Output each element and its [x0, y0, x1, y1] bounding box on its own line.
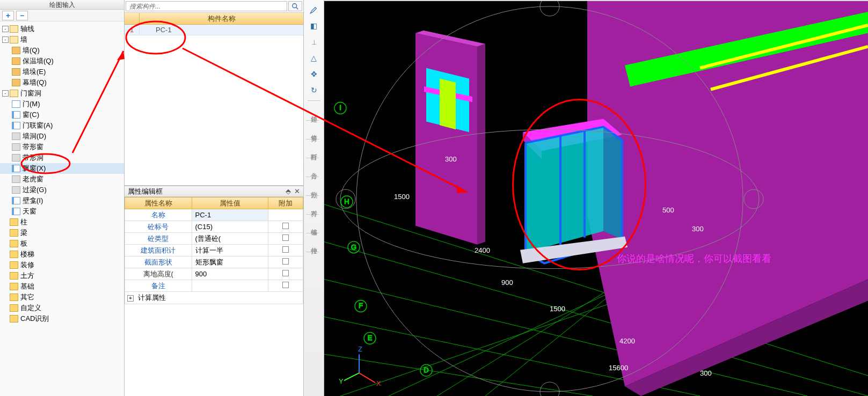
- tree-toggle[interactable]: [2, 251, 9, 258]
- tree-item[interactable]: 幕墙(Q): [0, 77, 124, 88]
- property-row[interactable]: 砼类型(普通砼(: [125, 233, 303, 245]
- tree-item[interactable]: 带形窗: [0, 142, 124, 152]
- search-input[interactable]: [126, 1, 287, 11]
- tree-toggle[interactable]: [2, 230, 9, 236]
- checkbox-icon[interactable]: [282, 223, 289, 229]
- tree-item[interactable]: -墙: [0, 34, 124, 45]
- move-tool-icon[interactable]: ✥: [306, 67, 322, 82]
- checkbox-icon[interactable]: [282, 270, 289, 276]
- component-row[interactable]: 1 PC-1: [125, 25, 303, 35]
- tree-item[interactable]: CAD识别: [0, 313, 124, 324]
- tree-item[interactable]: 保温墙(Q): [0, 56, 124, 67]
- prop-extra[interactable]: [268, 233, 303, 245]
- prop-value[interactable]: 900: [192, 268, 268, 280]
- tree-item[interactable]: 飘窗(X): [0, 163, 124, 174]
- prop-value[interactable]: 计算一半: [192, 245, 268, 256]
- checkbox-icon[interactable]: [282, 282, 289, 288]
- property-row[interactable]: 建筑面积计计算一半: [125, 245, 303, 256]
- tree-item[interactable]: -轴线: [0, 24, 124, 34]
- tree-item[interactable]: 墙(Q): [0, 45, 124, 56]
- tree-item[interactable]: 柱: [0, 217, 124, 228]
- tree-toggle[interactable]: -: [2, 26, 9, 32]
- tree-toggle[interactable]: -: [2, 90, 9, 97]
- prop-extra[interactable]: [268, 256, 303, 268]
- mirror-tool-icon[interactable]: △: [306, 50, 322, 65]
- viewport-canvas: I H G F E D 300 1500 2400 900 1500 15600…: [324, 1, 868, 396]
- tree-item[interactable]: 墙垛(E): [0, 67, 124, 77]
- property-row[interactable]: 备注: [125, 280, 303, 292]
- tree-item[interactable]: 老虎窗: [0, 174, 124, 185]
- item-icon: [12, 143, 20, 151]
- tree-toggle[interactable]: [2, 273, 9, 279]
- component-grid-body: 1 PC-1: [125, 25, 303, 186]
- tree-toggle[interactable]: [2, 262, 9, 268]
- property-row[interactable]: 砼标号(C15): [125, 221, 303, 233]
- svg-text:300: 300: [445, 155, 457, 163]
- tree-item[interactable]: 其它: [0, 292, 124, 303]
- svg-text:500: 500: [662, 206, 674, 214]
- vt-tool-偏移: 偏移: [306, 216, 322, 231]
- tree-item-label: 柱: [20, 217, 27, 227]
- svg-marker-25: [526, 127, 603, 252]
- checkbox-icon[interactable]: [282, 258, 289, 265]
- collapse-all-button[interactable]: −: [16, 11, 28, 20]
- expand-calc-props[interactable]: +: [127, 295, 134, 302]
- property-row[interactable]: 名称PC-1: [125, 209, 303, 221]
- 3d-viewport[interactable]: I H G F E D 300 1500 2400 900 1500 15600…: [324, 0, 868, 396]
- tree-toggle[interactable]: [2, 305, 9, 311]
- close-icon[interactable]: ✕: [294, 187, 300, 195]
- prop-extra[interactable]: [268, 209, 303, 221]
- tree-item-label: 窗(C): [23, 110, 39, 120]
- component-tree[interactable]: -轴线-墙墙(Q)保温墙(Q)墙垛(E)幕墙(Q)-门窗洞门(M)窗(C)门联窗…: [0, 21, 124, 396]
- checkbox-icon[interactable]: [282, 246, 289, 253]
- tree-item[interactable]: 门联窗(A): [0, 120, 124, 131]
- tree-item[interactable]: 窗(C): [0, 109, 124, 120]
- tree-toggle[interactable]: [2, 240, 9, 247]
- prop-value[interactable]: [192, 280, 268, 292]
- tree-toggle[interactable]: [2, 283, 9, 290]
- tree-item[interactable]: 天窗: [0, 206, 124, 217]
- tree-item-label: 保温墙(Q): [23, 56, 54, 66]
- folder-icon: [10, 36, 18, 43]
- tree-item[interactable]: 带形洞: [0, 152, 124, 163]
- tree-item[interactable]: 基础: [0, 281, 124, 292]
- tree-item[interactable]: 门(M): [0, 99, 124, 109]
- tree-toggle[interactable]: [2, 294, 9, 300]
- tree-item[interactable]: 土方: [0, 270, 124, 281]
- prop-value[interactable]: 矩形飘窗: [192, 256, 268, 268]
- prop-extra[interactable]: [268, 268, 303, 280]
- tree-item[interactable]: 装修: [0, 260, 124, 270]
- tree-item[interactable]: -门窗洞: [0, 88, 124, 99]
- tree-toggle[interactable]: [2, 219, 9, 225]
- prop-extra[interactable]: [268, 221, 303, 233]
- svg-point-34: [540, 1, 559, 16]
- prop-value[interactable]: (普通砼(: [192, 233, 268, 245]
- search-button[interactable]: [288, 1, 302, 11]
- svg-text:2400: 2400: [475, 246, 490, 254]
- tree-item-label: 墙(Q): [23, 46, 40, 55]
- crop-tool-icon[interactable]: ◧: [306, 18, 322, 33]
- svg-point-0: [293, 3, 297, 8]
- tree-item[interactable]: 过梁(G): [0, 185, 124, 195]
- tree-toggle[interactable]: [2, 316, 9, 322]
- expand-all-button[interactable]: +: [2, 11, 14, 20]
- property-row[interactable]: 离地高度(900: [125, 268, 303, 280]
- tree-item[interactable]: 楼梯: [0, 249, 124, 260]
- tree-item[interactable]: 壁龛(I): [0, 195, 124, 206]
- scale-tool-icon[interactable]: ⟂: [306, 34, 322, 49]
- prop-extra[interactable]: [268, 280, 303, 292]
- prop-extra[interactable]: [268, 245, 303, 256]
- pin-icon[interactable]: ⬘: [286, 187, 291, 195]
- rotate-tool-icon[interactable]: ↻: [306, 83, 322, 98]
- tree-item[interactable]: 板: [0, 238, 124, 249]
- prop-value[interactable]: PC-1: [192, 209, 268, 221]
- tree-toggle[interactable]: -: [2, 36, 9, 43]
- svg-text:X: X: [376, 379, 381, 387]
- brush-tool-icon[interactable]: [306, 2, 322, 17]
- property-row[interactable]: 截面形状矩形飘窗: [125, 256, 303, 268]
- tree-item[interactable]: 梁: [0, 228, 124, 238]
- tree-item[interactable]: 墙洞(D): [0, 131, 124, 142]
- checkbox-icon[interactable]: [282, 234, 289, 241]
- tree-item[interactable]: 自定义: [0, 303, 124, 313]
- prop-value[interactable]: (C15): [192, 221, 268, 233]
